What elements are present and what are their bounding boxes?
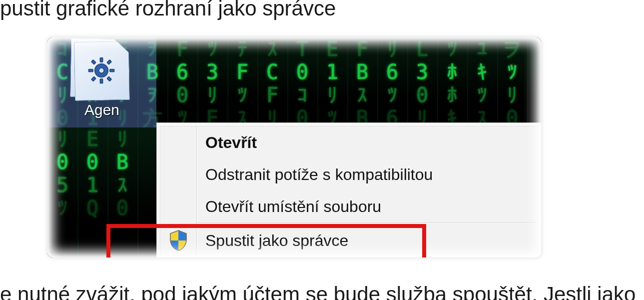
- context-menu-item-open-file-location[interactable]: Otevřít umístění souboru: [160, 190, 541, 222]
- context-menu: Otevřít Odstranit potíže s kompatibilito…: [156, 122, 541, 258]
- svg-rect-3: [88, 69, 93, 72]
- svg-rect-7: [91, 76, 96, 82]
- menu-item-label: Spustit jako správce: [205, 232, 348, 250]
- menu-item-label: Otevřít umístění souboru: [205, 198, 381, 216]
- desktop-shortcut[interactable]: Agen: [47, 38, 156, 128]
- svg-rect-1: [100, 58, 103, 62]
- svg-rect-6: [107, 60, 112, 64]
- menu-item-label: Odstranit potíže s kompatibilitou: [205, 166, 433, 184]
- context-menu-item-troubleshoot-compat[interactable]: Odstranit potíže s kompatibilitou: [160, 158, 541, 190]
- menu-item-label: Otevřít: [205, 134, 257, 152]
- svg-point-9: [99, 68, 104, 73]
- svg-rect-8: [107, 76, 112, 82]
- context-menu-item-run-as-admin[interactable]: Spustit jako správce: [160, 224, 541, 256]
- context-menu-item-open[interactable]: Otevřít: [160, 126, 541, 158]
- screenshot-figure: ｺCﾘ0 方ﾘｽ1 Eｺﾂﾘ ｦBｦ方 F60ﾂ ﾂ3ﾘE ﾃFﾂｽ ｽCFﾘ …: [47, 38, 541, 258]
- uac-shield-icon: [167, 230, 189, 252]
- svg-rect-4: [110, 69, 114, 72]
- desktop-wallpaper-matrix-left: ﾘ05ﾂ E01Q ﾘBｽ0: [47, 128, 156, 258]
- svg-rect-2: [100, 79, 103, 84]
- gear-icon: [87, 56, 115, 84]
- svg-rect-5: [91, 60, 96, 64]
- surrounding-paragraph-above: pustit grafické rozhraní jako správce: [0, 0, 336, 20]
- shortcut-document-icon: [74, 42, 129, 100]
- shortcut-label: Agen: [84, 102, 119, 118]
- surrounding-paragraph-below: e nutné zvážit, pod jakým účtem se bude …: [0, 283, 636, 300]
